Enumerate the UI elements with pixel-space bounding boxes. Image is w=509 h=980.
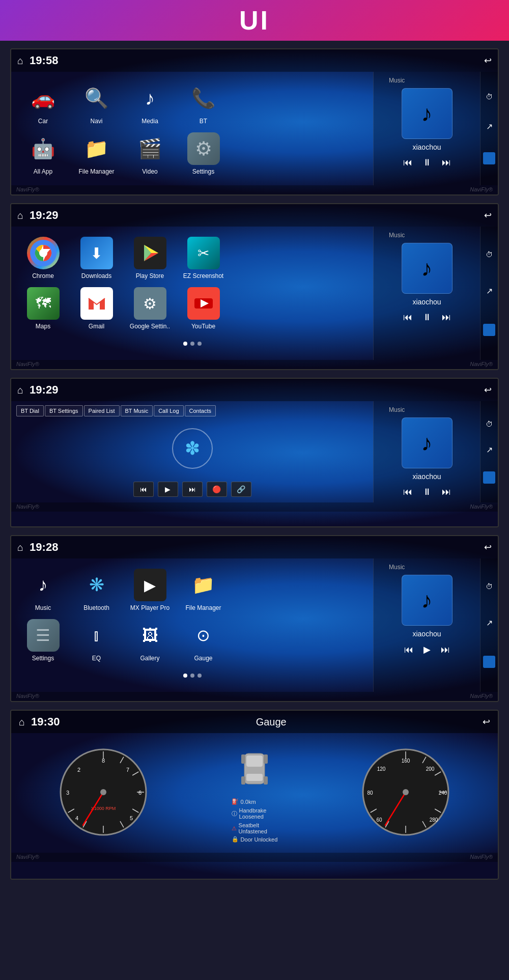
music-label: Music [35, 604, 51, 611]
app-navi[interactable]: 🔍 Navi [72, 82, 121, 125]
home-icon-2[interactable]: ⌂ [17, 210, 23, 221]
watermark-row-2: NaviFly® NaviFly® [11, 360, 498, 369]
app-chrome[interactable]: Chrome [19, 237, 67, 279]
bluetooth-symbol: ✽ [172, 428, 213, 469]
music-album-art-3: ♪ [402, 417, 453, 468]
back-arrow-3[interactable]: ↩ [484, 384, 492, 396]
music-controls-3: ⏮ ⏸ ⏭ [403, 487, 451, 497]
sidebar-btn-3-blue[interactable] [483, 471, 495, 484]
app-row-2-2: 🗺 Maps Gmail ⚙ Google Settin.. [19, 287, 365, 330]
playstore-label: Play Store [136, 272, 164, 279]
app-gmail[interactable]: Gmail [72, 287, 121, 330]
home-icon-4[interactable]: ⌂ [17, 542, 23, 553]
svg-text:6: 6 [138, 790, 142, 796]
handbrake-icon: ⓘ [232, 810, 237, 818]
sidebar-btn-2-arrow[interactable]: ↗ [486, 286, 493, 296]
music-pause-3[interactable]: ⏸ [422, 487, 432, 497]
watermark-right-5: NaviFly® [470, 854, 493, 860]
app-settings2[interactable]: ☰ Settings [19, 619, 67, 662]
gauge-status: ⛽ 0.0km ⓘ HandbrakeLoosened ⚠ SeatbeltUn… [232, 798, 278, 843]
app-bt[interactable]: 📞 BT [179, 82, 228, 125]
bt-prev-btn[interactable]: ⏮ [133, 482, 154, 497]
music-label-4: Music [389, 564, 405, 571]
app-gallery[interactable]: 🖼 Gallery [126, 619, 174, 662]
media-label: Media [142, 118, 158, 125]
gauge-home-icon[interactable]: ⌂ [19, 716, 25, 728]
bt-tab-music[interactable]: BT Music [121, 405, 153, 416]
app-filemanager[interactable]: 📁 File Manager [72, 132, 121, 175]
app-settings[interactable]: ⚙ Settings [179, 132, 228, 175]
gauge-top-bar: ⌂ 19:30 Gauge ↩ [11, 711, 498, 733]
home-icon[interactable]: ⌂ [17, 55, 23, 67]
app-ez[interactable]: ✂ EZ Screenshot [179, 237, 228, 279]
allapp-icon: 🤖 [27, 132, 60, 165]
music-prev-1[interactable]: ⏮ [403, 157, 412, 168]
bt-tab-dial[interactable]: BT Dial [16, 405, 44, 416]
bt-next-btn[interactable]: ⏭ [182, 482, 203, 497]
bt-mute-btn[interactable]: 🔴 [207, 482, 227, 497]
music-next-1[interactable]: ⏭ [442, 157, 451, 168]
app-mxplayer[interactable]: ▶ MX Player Pro [126, 569, 174, 611]
settings-label: Settings [192, 168, 214, 175]
sidebar-btn-3-arrow[interactable]: ↗ [486, 445, 493, 455]
app-video[interactable]: 🎬 Video [126, 132, 174, 175]
app-downloads[interactable]: ⬇ Downloads [72, 237, 121, 279]
app-youtube[interactable]: YouTube [179, 287, 228, 330]
music-play-4[interactable]: ▶ [423, 644, 431, 655]
bt-play-btn[interactable]: ▶ [158, 482, 178, 497]
app-playstore[interactable]: Play Store [126, 237, 174, 279]
svg-text:3: 3 [66, 790, 69, 796]
app-music[interactable]: ♪ Music [19, 569, 67, 611]
bt-media-controls: ⏮ ▶ ⏭ 🔴 🔗 [11, 477, 373, 502]
app-filemanager2[interactable]: 📁 File Manager [179, 569, 228, 611]
music-pause-2[interactable]: ⏸ [422, 312, 432, 323]
bt-tab-contacts[interactable]: Contacts [185, 405, 216, 416]
music-song-3: xiaochou [412, 472, 441, 481]
music-next-4[interactable]: ⏭ [441, 645, 450, 655]
dot-2-3 [197, 342, 202, 346]
door: 🔒 Door Unlocked [232, 836, 278, 843]
music-prev-3[interactable]: ⏮ [403, 487, 412, 497]
music-next-3[interactable]: ⏭ [442, 487, 451, 497]
bt-tab-paired[interactable]: Paired List [84, 405, 120, 416]
sidebar-btn-blue[interactable] [483, 152, 495, 164]
music-controls-4: ⏮ ▶ ⏭ [404, 644, 450, 655]
app-eq[interactable]: ⫿ EQ [72, 619, 121, 662]
watermark-row-4: NaviFly® NaviFly® [11, 692, 498, 701]
app-gauge[interactable]: ⊙ Gauge [179, 619, 228, 662]
sidebar-btn-4-clock[interactable]: ⏱ [486, 582, 493, 591]
music-next-2[interactable]: ⏭ [442, 312, 451, 323]
gauge-label: Gauge [194, 655, 212, 662]
back-arrow-4[interactable]: ↩ [484, 542, 492, 553]
gmail-label: Gmail [89, 323, 104, 330]
sidebar-btn-2-clock[interactable]: ⏱ [486, 250, 493, 259]
back-arrow-2[interactable]: ↩ [484, 210, 492, 221]
watermark-right-3: NaviFly® [470, 503, 493, 510]
svg-rect-36 [264, 754, 268, 764]
bt-label: BT [200, 118, 207, 125]
back-arrow-1[interactable]: ↩ [484, 55, 492, 66]
sidebar-btn-2-blue[interactable] [483, 324, 495, 336]
app-bluetooth2[interactable]: ❋ Bluetooth [72, 569, 121, 611]
app-media[interactable]: ♪ Media [126, 82, 174, 125]
home-icon-3[interactable]: ⌂ [17, 384, 23, 396]
sidebar-btn-clock[interactable]: ⏱ [486, 93, 493, 101]
sidebar-btn-4-blue[interactable] [483, 656, 495, 668]
app-allapp[interactable]: 🤖 All App [19, 132, 67, 175]
navi-label: Navi [90, 118, 102, 125]
bt-link-btn[interactable]: 🔗 [231, 482, 251, 497]
svg-rect-33 [246, 755, 263, 767]
app-maps[interactable]: 🗺 Maps [19, 287, 67, 330]
sidebar-btn-3-clock[interactable]: ⏱ [486, 420, 493, 428]
sidebar-btn-4-arrow[interactable]: ↗ [486, 618, 493, 628]
bt-tab-settings[interactable]: BT Settings [45, 405, 83, 416]
gauge-back[interactable]: ↩ [483, 716, 490, 727]
music-prev-2[interactable]: ⏮ [403, 312, 412, 323]
dot-2-2 [190, 342, 194, 346]
sidebar-btn-arrow[interactable]: ↗ [486, 122, 493, 131]
music-prev-4[interactable]: ⏮ [404, 645, 413, 655]
bt-tab-calllog[interactable]: Call Log [154, 405, 183, 416]
app-car[interactable]: 🚗 Car [19, 82, 67, 125]
music-pause-1[interactable]: ⏸ [422, 157, 432, 168]
app-googlesettings[interactable]: ⚙ Google Settin.. [126, 287, 174, 330]
